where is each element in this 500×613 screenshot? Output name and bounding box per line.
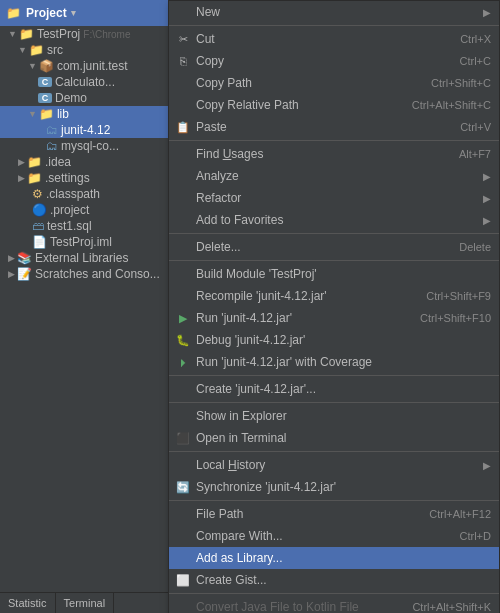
menu-separator — [169, 25, 499, 26]
menu-label: Analyze — [196, 169, 475, 183]
arrow-icon: ▼ — [28, 109, 37, 119]
menu-item-run[interactable]: ▶ Run 'junit-4.12.jar' Ctrl+Shift+F10 — [169, 307, 499, 329]
tree-item-src[interactable]: ▼ 📁 src — [0, 42, 170, 58]
menu-item-add-favorites[interactable]: Add to Favorites ▶ — [169, 209, 499, 231]
menu-label: File Path — [196, 507, 409, 521]
tree-item-demo[interactable]: C Demo — [0, 90, 170, 106]
menu-shortcut: Ctrl+C — [460, 55, 491, 67]
menu-label: Show in Explorer — [196, 409, 491, 423]
menu-label: Find Usages — [196, 147, 439, 161]
tree-label: External Libraries — [35, 251, 128, 265]
menu-separator — [169, 500, 499, 501]
project-folder-icon: 📁 — [6, 6, 21, 20]
menu-item-delete[interactable]: Delete... Delete — [169, 236, 499, 258]
menu-shortcut: Ctrl+Shift+F10 — [420, 312, 491, 324]
menu-item-create-jar[interactable]: Create 'junit-4.12.jar'... — [169, 378, 499, 400]
menu-item-analyze[interactable]: Analyze ▶ — [169, 165, 499, 187]
submenu-arrow-icon: ▶ — [483, 215, 491, 226]
tree-label: Calculato... — [55, 75, 115, 89]
menu-label: Copy Relative Path — [196, 98, 392, 112]
tree-item-iml[interactable]: 📄 TestProj.iml — [0, 234, 170, 250]
menu-item-build-module[interactable]: Build Module 'TestProj' — [169, 263, 499, 285]
menu-label: Convert Java File to Kotlin File — [196, 600, 392, 613]
menu-item-debug[interactable]: 🐛 Debug 'junit-4.12.jar' — [169, 329, 499, 351]
tree-item-junit[interactable]: 🗂 junit-4.12 — [0, 122, 170, 138]
context-menu: New ▶ ✂ Cut Ctrl+X ⎘ Copy Ctrl+C Copy Pa… — [168, 0, 500, 613]
menu-item-show-explorer[interactable]: Show in Explorer — [169, 405, 499, 427]
menu-item-open-terminal[interactable]: ⬛ Open in Terminal — [169, 427, 499, 449]
menu-item-run-coverage[interactable]: ⏵ Run 'junit-4.12.jar' with Coverage — [169, 351, 499, 373]
menu-item-copy[interactable]: ⎘ Copy Ctrl+C — [169, 50, 499, 72]
arrow-icon: ▶ — [18, 173, 25, 183]
tab-terminal[interactable]: Terminal — [56, 593, 115, 613]
tree-item-classpath[interactable]: ⚙ .classpath — [0, 186, 170, 202]
menu-shortcut: Ctrl+V — [460, 121, 491, 133]
menu-shortcut: Ctrl+Shift+F9 — [426, 290, 491, 302]
menu-shortcut: Alt+F7 — [459, 148, 491, 160]
menu-label: Delete... — [196, 240, 439, 254]
menu-item-create-gist[interactable]: ⬜ Create Gist... — [169, 569, 499, 591]
tree-label: TestProj.iml — [50, 235, 112, 249]
panel-dropdown-icon[interactable]: ▾ — [71, 8, 76, 18]
arrow-icon: ▶ — [8, 269, 15, 279]
menu-label: Cut — [196, 32, 440, 46]
menu-item-add-as-library[interactable]: Add as Library... — [169, 547, 499, 569]
menu-label: Open in Terminal — [196, 431, 491, 445]
menu-item-file-path[interactable]: File Path Ctrl+Alt+F12 — [169, 503, 499, 525]
class-icon: C — [38, 77, 52, 87]
tree-item-lib[interactable]: ▼ 📁 lib — [0, 106, 170, 122]
coverage-icon: ⏵ — [175, 356, 191, 368]
arrow-icon: ▶ — [18, 157, 25, 167]
tree-item-idea[interactable]: ▶ 📁 .idea — [0, 154, 170, 170]
tree-item-package[interactable]: ▼ 📦 com.junit.test — [0, 58, 170, 74]
tree-label: Scratches and Conso... — [35, 267, 160, 281]
menu-item-synchronize[interactable]: 🔄 Synchronize 'junit-4.12.jar' — [169, 476, 499, 498]
menu-item-new[interactable]: New ▶ — [169, 1, 499, 23]
tree-label: Demo — [55, 91, 87, 105]
tree-detail: F:\Chrome — [83, 29, 130, 40]
ext-lib-icon: 📚 — [17, 251, 32, 265]
jar-icon: 🗂 — [46, 139, 58, 153]
cut-icon: ✂ — [175, 33, 191, 46]
menu-separator — [169, 233, 499, 234]
tree-item-settings[interactable]: ▶ 📁 .settings — [0, 170, 170, 186]
menu-item-find-usages[interactable]: Find Usages Alt+F7 — [169, 143, 499, 165]
menu-item-cut[interactable]: ✂ Cut Ctrl+X — [169, 28, 499, 50]
menu-item-copy-relative-path[interactable]: Copy Relative Path Ctrl+Alt+Shift+C — [169, 94, 499, 116]
tree-item-ext-libs[interactable]: ▶ 📚 External Libraries — [0, 250, 170, 266]
tree-item-mysql[interactable]: 🗂 mysql-co... — [0, 138, 170, 154]
tree-item-calculator[interactable]: C Calculato... — [0, 74, 170, 90]
tree-item-scratches[interactable]: ▶ 📝 Scratches and Conso... — [0, 266, 170, 282]
menu-label: Debug 'junit-4.12.jar' — [196, 333, 491, 347]
tree-label: com.junit.test — [57, 59, 128, 73]
project-icon: 🔵 — [32, 203, 47, 217]
tree-label: mysql-co... — [61, 139, 119, 153]
tab-statistic[interactable]: Statistic — [0, 593, 56, 613]
panel-header[interactable]: 📁 Project ▾ — [0, 0, 170, 26]
folder-icon: 📁 — [29, 43, 44, 57]
menu-item-copy-path[interactable]: Copy Path Ctrl+Shift+C — [169, 72, 499, 94]
tree-label: lib — [57, 107, 69, 121]
iml-icon: 📄 — [32, 235, 47, 249]
folder-icon: 📁 — [39, 107, 54, 121]
run-icon: ▶ — [175, 312, 191, 325]
menu-item-compare-with[interactable]: Compare With... Ctrl+D — [169, 525, 499, 547]
tree-item-testproj[interactable]: ▼ 📁 TestProj F:\Chrome — [0, 26, 170, 42]
terminal-icon: ⬛ — [175, 432, 191, 445]
menu-label: Create Gist... — [196, 573, 491, 587]
tree-label: .classpath — [46, 187, 100, 201]
menu-item-paste[interactable]: 📋 Paste Ctrl+V — [169, 116, 499, 138]
tree-label: TestProj — [37, 27, 80, 41]
menu-shortcut: Ctrl+Shift+C — [431, 77, 491, 89]
class-icon: C — [38, 93, 52, 103]
tree-item-project[interactable]: 🔵 .project — [0, 202, 170, 218]
menu-separator — [169, 260, 499, 261]
menu-item-local-history[interactable]: Local History ▶ — [169, 454, 499, 476]
menu-item-refactor[interactable]: Refactor ▶ — [169, 187, 499, 209]
menu-item-recompile[interactable]: Recompile 'junit-4.12.jar' Ctrl+Shift+F9 — [169, 285, 499, 307]
arrow-icon: ▼ — [28, 61, 37, 71]
menu-separator — [169, 375, 499, 376]
menu-label: Add to Favorites — [196, 213, 475, 227]
paste-icon: 📋 — [175, 121, 191, 134]
tree-item-sql[interactable]: 🗃 test1.sql — [0, 218, 170, 234]
